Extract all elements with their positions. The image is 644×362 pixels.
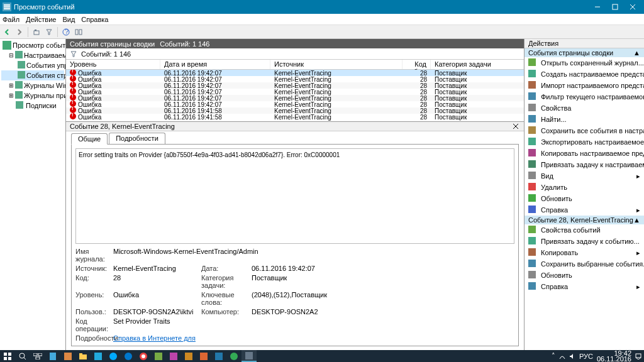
notifications-icon[interactable]: [635, 353, 641, 359]
tab-general[interactable]: Общие: [71, 133, 108, 145]
filter-icon[interactable]: [70, 50, 77, 58]
action-item[interactable]: Свойства: [525, 102, 644, 114]
detail-tabs: Общие Подробности: [66, 131, 524, 144]
svg-rect-67: [245, 352, 253, 359]
toolbar: ?: [0, 25, 644, 39]
action-item[interactable]: Копировать настраиваемое представление..…: [525, 148, 644, 159]
task-view-icon[interactable]: [30, 350, 45, 362]
start-button[interactable]: [0, 350, 15, 362]
action-item[interactable]: Обновить: [525, 270, 644, 281]
system-tray[interactable]: ˄ РУС 19:42 06.11.2016: [549, 351, 644, 362]
action-item[interactable]: Удалить: [525, 182, 644, 193]
up-button[interactable]: [31, 26, 42, 38]
tree-item[interactable]: События управления: [1, 60, 64, 70]
center-panel: События страницы сводки Событий: 1 146 С…: [66, 39, 525, 350]
filter-count: Событий: 1 146: [81, 50, 131, 58]
action-item[interactable]: Сохранить все события в настраиваемом пр…: [525, 125, 644, 136]
edge-icon[interactable]: [121, 350, 136, 362]
event-row[interactable]: Ошибка06.11.2016 19:41:58Kernel-EventTra…: [66, 114, 524, 120]
col-level[interactable]: Уровень: [66, 60, 160, 69]
detail-close-icon[interactable]: [511, 122, 520, 131]
action-item[interactable]: Копировать▸: [525, 247, 644, 258]
menu-file[interactable]: Файл: [3, 16, 19, 23]
action-item[interactable]: Свойства событий: [525, 224, 644, 236]
search-icon[interactable]: [15, 350, 30, 362]
back-button[interactable]: [1, 26, 13, 38]
action-item[interactable]: Сохранить выбранные события...: [525, 258, 644, 270]
taskmgr-icon[interactable]: [60, 350, 75, 362]
action-item[interactable]: Справка▸: [525, 281, 644, 292]
svg-rect-20: [16, 101, 23, 109]
app-icon-5[interactable]: [211, 350, 226, 362]
action-item[interactable]: Экспортировать настраиваемое представлен…: [525, 136, 644, 148]
svg-rect-31: [528, 149, 536, 156]
menu-action[interactable]: Действие: [26, 16, 56, 23]
action-item[interactable]: Привязать задачу к настраиваемому предст…: [525, 159, 644, 170]
help-link[interactable]: Справка в Интернете для: [113, 334, 352, 342]
action-item[interactable]: Привязать задачу к событию...: [525, 236, 644, 247]
svg-rect-39: [528, 248, 536, 256]
svg-rect-41: [528, 271, 536, 278]
app-icon: [3, 3, 11, 11]
calculator-icon[interactable]: [45, 350, 60, 362]
app-icon-1[interactable]: [151, 350, 166, 362]
tab-details[interactable]: Подробности: [109, 133, 165, 144]
app-icon-4[interactable]: [196, 350, 211, 362]
tray-date[interactable]: 06.11.2016: [597, 356, 631, 362]
app-icon-2[interactable]: [166, 350, 181, 362]
collapse-icon[interactable]: ▲: [633, 49, 640, 57]
col-event-id[interactable]: Код события: [402, 60, 431, 69]
collapse-icon[interactable]: ▲: [633, 216, 640, 224]
action-item[interactable]: Найти...: [525, 114, 644, 125]
help-button[interactable]: ?: [60, 26, 72, 38]
tree-item[interactable]: ⊟Настраиваемые представле: [1, 50, 64, 60]
action-item[interactable]: Обновить: [525, 193, 644, 204]
tree-item[interactable]: ⊞Журналы Windows: [1, 80, 64, 90]
columns-button[interactable]: [73, 26, 84, 38]
svg-rect-53: [64, 353, 72, 360]
close-button[interactable]: [624, 0, 641, 14]
network-icon[interactable]: [559, 353, 565, 359]
explorer-icon[interactable]: [75, 350, 91, 362]
col-category[interactable]: Категория задачи: [431, 60, 524, 69]
action-item[interactable]: Импорт настраиваемого представления...: [525, 80, 644, 91]
tree-root[interactable]: Просмотр событий (Локальн: [1, 40, 64, 50]
skype-icon[interactable]: [106, 350, 121, 362]
svg-point-66: [230, 353, 238, 360]
forward-button[interactable]: [14, 26, 25, 38]
volume-icon[interactable]: [569, 353, 575, 359]
chrome-icon[interactable]: [136, 350, 151, 362]
event-grid[interactable]: Ошибка06.11.2016 19:42:07Kernel-EventTra…: [66, 70, 524, 121]
maximize-button[interactable]: [606, 0, 624, 14]
svg-rect-13: [79, 30, 82, 35]
tray-up-icon[interactable]: ˄: [552, 352, 555, 360]
menu-help[interactable]: Справка: [81, 16, 108, 23]
grid-header: Уровень Дата и время Источник Код событи…: [66, 60, 524, 70]
svg-rect-46: [8, 357, 11, 360]
action-item[interactable]: Справка▸: [525, 204, 644, 216]
col-source[interactable]: Источник: [270, 60, 402, 69]
svg-point-57: [109, 353, 117, 360]
action-item[interactable]: Вид▸: [525, 170, 644, 182]
svg-rect-36: [528, 206, 536, 213]
action-item[interactable]: Создать настраиваемое представление...: [525, 69, 644, 80]
taskbar: ˄ РУС 19:42 06.11.2016: [0, 350, 644, 362]
action-item[interactable]: Фильтр текущего настраиваемого представл…: [525, 91, 644, 102]
store-icon[interactable]: [91, 350, 106, 362]
tree-item[interactable]: События страницы сво: [1, 70, 64, 80]
svg-rect-26: [528, 92, 536, 100]
menu-view[interactable]: Вид: [62, 16, 75, 23]
action-item[interactable]: Открыть сохраненный журнал...: [525, 57, 644, 69]
tree-item[interactable]: ⊞Журналы приложений и сл: [1, 90, 64, 101]
tree-item[interactable]: Подписки: [1, 101, 64, 111]
app-icon-6[interactable]: [226, 350, 242, 362]
actions-panel: Действия События страницы сводки ▲ Откры…: [525, 39, 644, 350]
svg-rect-19: [15, 91, 23, 99]
col-datetime[interactable]: Дата и время: [160, 60, 270, 69]
app-icon-3[interactable]: [181, 350, 196, 362]
filter-button[interactable]: [43, 26, 55, 38]
minimize-button[interactable]: [589, 0, 606, 14]
event-viewer-task-icon[interactable]: [242, 350, 257, 362]
lang-indicator[interactable]: РУС: [579, 353, 593, 360]
actions-section-2: Событие 28, Kernel-EventTracing ▲: [525, 216, 644, 224]
